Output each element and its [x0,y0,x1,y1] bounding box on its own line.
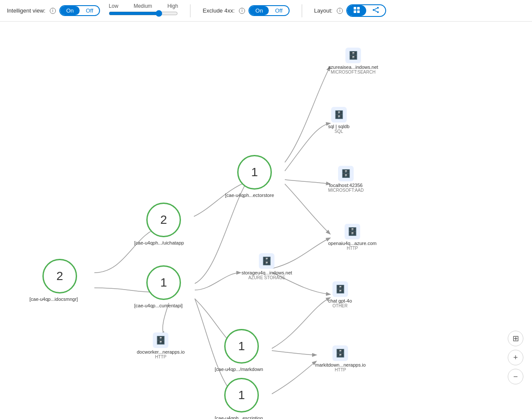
svg-rect-3 [357,10,360,13]
exclude-4xx-control: Exclude 4xx: i On Off [203,5,289,16]
azuresearch-icon: 🗄️ [345,48,361,63]
localhost-sub: MICROSOFT:AAD [328,188,364,193]
node-markdown-count: 1 [238,339,245,353]
node-uichatapp[interactable]: 2 [146,203,181,237]
zoom-controls: ⊞ + − [508,331,523,384]
layout-control: Layout: i [314,4,387,17]
node-uichatapp-label: [cae-u4qph.../uichatapp [134,240,184,245]
chatgpt-label: chat gpt-4o [328,298,352,303]
slider-medium-label: Medium [134,3,152,9]
zoom-out-button[interactable]: − [508,369,523,384]
svg-line-8 [374,10,377,12]
node-cumentapi[interactable]: 1 [146,265,181,300]
slider-track [109,10,178,19]
svg-point-4 [373,9,374,11]
node-ectorstore[interactable]: 1 [237,155,272,190]
sqldb-icon: 🗄️ [331,107,347,122]
node-cumentapi-label: [cae-u4qp...cumentapi] [134,303,183,308]
node-escription[interactable]: 1 [224,378,259,413]
openai-label: openaiu4q...azure.com [328,241,377,246]
openai-sub: HTTP [347,246,358,251]
slider-low-label: Low [109,3,118,9]
node-escription-count: 1 [238,388,245,402]
azure-storage-sub: AZURE STORAGE [248,275,285,280]
docworker-label: docworker...nerapps.io [137,349,185,355]
markitdown-sub: HTTP [335,367,346,372]
node-idocsmngr-label: [cae-u4qp...idocsmngr] [29,297,78,302]
exclude-4xx-label: Exclude 4xx: [203,7,235,14]
sqldb-label: sql | sqldb [328,124,349,129]
graph-icon [372,6,379,13]
quality-slider-container: Low Medium High [109,3,178,19]
svg-point-5 [377,7,379,9]
intelligent-view-on-button[interactable]: On [60,6,80,15]
docworker-sub: HTTP [155,355,166,359]
service-azure-storage[interactable]: 🗄️ storageu4q...indows.net AZURE STORAGE [242,253,292,280]
chatgpt-sub: OTHER [332,303,348,308]
node-uichatapp-count: 2 [160,213,167,227]
service-docworker[interactable]: 🗄️ docworker...nerapps.io HTTP [137,332,185,359]
layout-info-icon[interactable]: i [337,8,343,14]
chatgpt-icon: 🗄️ [332,281,348,297]
slider-high-label: High [168,3,178,9]
service-markitdown[interactable]: 🗄️ markitdown...nerapps.io HTTP [315,345,366,372]
layout-grid-button[interactable] [347,5,366,16]
intelligent-view-control: Intelligent view: i On Off [7,5,100,16]
sqldb-sub: SQL [335,129,343,134]
diagram-canvas[interactable]: 2 [cae-u4qp...idocsmngr] 2 [cae-u4qph...… [0,22,532,419]
intelligent-view-off-button[interactable]: Off [80,6,99,15]
docworker-icon: 🗄️ [153,332,168,348]
quality-slider-input[interactable] [109,10,178,17]
layout-label: Layout: [314,7,333,14]
service-openai[interactable]: 🗄️ openaiu4q...azure.com HTTP [328,224,377,251]
markitdown-label: markitdown...nerapps.io [315,362,366,367]
zoom-in-button[interactable]: + [508,350,523,365]
openai-icon: 🗄️ [345,224,360,239]
fit-to-screen-button[interactable]: ⊞ [508,331,523,346]
exclude-4xx-off-button[interactable]: Off [269,6,288,15]
svg-rect-0 [354,7,356,10]
svg-point-6 [377,11,379,13]
service-chatgpt[interactable]: 🗄️ chat gpt-4o OTHER [328,281,352,308]
exclude-4xx-toggle: On Off [248,5,289,16]
divider-2 [302,4,302,17]
azure-storage-label: storageu4q...indows.net [242,270,292,275]
divider-1 [190,4,190,17]
azuresearch-label: azureaisea...indows.net [328,64,378,70]
svg-rect-2 [354,10,356,13]
exclude-4xx-on-button[interactable]: On [249,6,269,15]
intelligent-view-label: Intelligent view: [7,7,45,14]
service-azuresearch[interactable]: 🗄️ azureaisea...indows.net MICROSOFT:SEA… [328,48,378,74]
service-localhost[interactable]: 🗄️ localhost:42356 MICROSOFT:AAD [328,166,364,193]
intelligent-view-info-icon[interactable]: i [50,8,56,14]
node-idocsmngr[interactable]: 2 [42,259,77,293]
exclude-4xx-info-icon[interactable]: i [239,8,245,14]
azuresearch-sub: MICROSOFT:SEARCH [331,70,375,74]
svg-rect-1 [357,7,360,10]
slider-labels-row: Low Medium High [109,3,178,9]
node-escription-label: [cae-u4qph...escription [215,416,263,419]
quality-slider-group: Low Medium High [109,3,178,19]
node-ectorstore-label: [cae-u4qph...ectorstore [225,193,274,198]
layout-toggle [346,4,386,17]
node-cumentapi-count: 1 [160,276,167,290]
toolbar: Intelligent view: i On Off Low Medium Hi… [0,0,532,22]
localhost-icon: 🗄️ [338,166,354,181]
service-sqldb[interactable]: 🗄️ sql | sqldb SQL [328,107,349,134]
intelligent-view-toggle: On Off [59,5,100,16]
svg-line-7 [374,8,377,10]
localhost-label: localhost:42356 [329,183,363,188]
grid-icon [353,6,360,13]
layout-graph-button[interactable] [366,5,385,16]
diagram-svg [0,22,532,419]
node-ectorstore-count: 1 [251,165,258,179]
azure-storage-icon: 🗄️ [259,253,274,269]
markitdown-icon: 🗄️ [332,345,348,361]
node-markdown-label: [cae-u4qp.../markdown [215,367,263,372]
node-idocsmngr-count: 2 [56,269,63,283]
node-markdown[interactable]: 1 [224,329,259,364]
